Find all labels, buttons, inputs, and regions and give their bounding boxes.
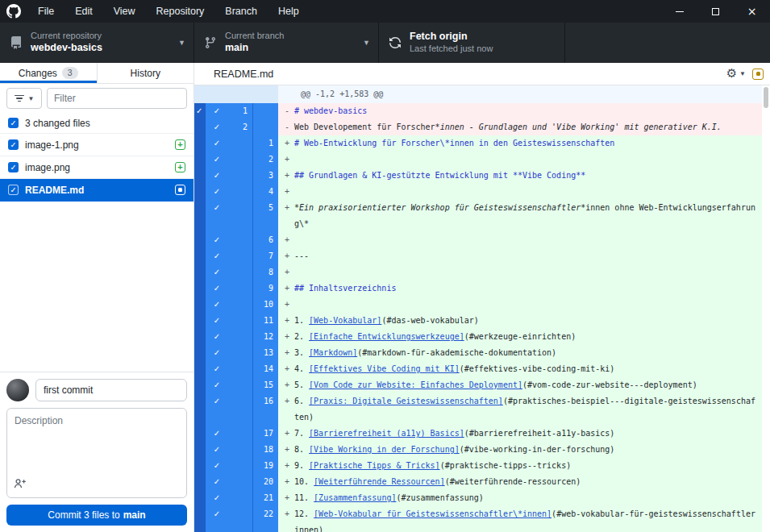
diff-line-row[interactable]: ✓ 21 + 11. [Zusammenfassung](#zusammenfa… — [194, 490, 762, 506]
file-checkbox[interactable]: ✓ — [8, 139, 19, 150]
tab-history[interactable]: History — [98, 63, 194, 83]
add-coauthor-icon[interactable] — [14, 478, 27, 492]
diff-line-row[interactable]: ✓ 9 + ## Inhaltsverzeichnis — [194, 281, 762, 297]
hunk-include-strip[interactable]: ✓ — [194, 103, 206, 119]
hunk-include-strip[interactable] — [194, 329, 206, 345]
line-include-checkbox[interactable]: ✓ — [206, 426, 228, 442]
fetch-origin-button[interactable]: Fetch origin Last fetched just now — [379, 23, 565, 63]
menu-item-repository[interactable]: Repository — [146, 0, 215, 23]
diff-options-button[interactable]: ⚙ ▼ — [723, 66, 749, 81]
menu-item-edit[interactable]: Edit — [65, 0, 103, 23]
diff-line-row[interactable]: ✓ 5 + *Ein praxisorientierter Workshop f… — [194, 200, 762, 232]
file-checkbox[interactable]: ✓ — [8, 162, 19, 172]
filter-options-button[interactable]: ▼ — [6, 88, 42, 109]
commit-summary-input[interactable] — [35, 379, 187, 401]
diff-line-row[interactable]: ✓ 3 + ## Grundlagen & KI-gestützte Entwi… — [194, 168, 762, 184]
line-include-checkbox[interactable]: ✓ — [206, 345, 228, 361]
line-include-checkbox[interactable]: ✓ — [206, 248, 228, 264]
diff-line-row[interactable]: ✓ 10 + — [194, 297, 762, 313]
commit-description-input[interactable] — [7, 409, 186, 497]
line-include-checkbox[interactable]: ✓ — [206, 232, 228, 248]
diff-line-row[interactable]: ✓ 19 + 9. [Praktische Tipps & Tricks](#p… — [194, 458, 762, 474]
diff-line-row[interactable]: ✓ 4 + — [194, 184, 762, 200]
hunk-include-strip[interactable] — [194, 281, 206, 297]
hunk-include-strip[interactable] — [194, 168, 206, 184]
hunk-include-strip[interactable] — [194, 426, 206, 442]
diff-line-row[interactable]: ✓ 2 + — [194, 152, 762, 168]
hunk-include-strip[interactable] — [194, 377, 206, 393]
diff-scrollbar[interactable] — [762, 85, 770, 532]
diff-line-row[interactable]: ✓ 12 + 2. [Einfache Entwicklungswerkzeug… — [194, 329, 762, 345]
file-checkbox[interactable]: ✓ — [8, 185, 19, 195]
hunk-include-strip[interactable] — [194, 490, 206, 506]
line-include-checkbox[interactable]: ✓ — [206, 329, 228, 345]
hunk-include-strip[interactable] — [194, 264, 206, 281]
diff-line-row[interactable]: ✓ 7 + --- — [194, 248, 762, 264]
hunk-include-strip[interactable] — [194, 119, 206, 135]
close-button[interactable]: × — [734, 0, 770, 23]
diff-line-row[interactable]: ✓ 1 + # Web-Entwicklung für Forscher\*in… — [194, 135, 762, 152]
hunk-include-strip[interactable] — [194, 361, 206, 377]
menu-item-file[interactable]: File — [27, 0, 65, 23]
menu-item-help[interactable]: Help — [268, 0, 310, 23]
line-include-checkbox[interactable]: ✓ — [206, 474, 228, 490]
diff-line-row[interactable]: ✓ 14 + 4. [Effektives Vibe Coding mit KI… — [194, 361, 762, 377]
line-include-checkbox[interactable]: ✓ — [206, 506, 228, 532]
commit-button[interactable]: Commit 3 files to main — [6, 505, 187, 526]
branch-selector[interactable]: Current branch main ▼ — [194, 23, 379, 63]
line-include-checkbox[interactable]: ✓ — [206, 152, 228, 168]
hunk-include-strip[interactable] — [194, 152, 206, 168]
hunk-include-strip[interactable] — [194, 506, 206, 532]
diff-line-row[interactable]: ✓ 13 + 3. [Markdown](#markdown-für-akade… — [194, 345, 762, 361]
line-include-checkbox[interactable]: ✓ — [206, 135, 228, 152]
menu-item-branch[interactable]: Branch — [214, 0, 268, 23]
line-include-checkbox[interactable]: ✓ — [206, 361, 228, 377]
line-include-checkbox[interactable]: ✓ — [206, 103, 228, 119]
diff-line-row[interactable]: ✓ 16 + 6. [Praxis: Digitale Geisteswisse… — [194, 393, 762, 426]
line-include-checkbox[interactable]: ✓ — [206, 119, 228, 135]
hunk-include-strip[interactable] — [194, 248, 206, 264]
file-row[interactable]: ✓ README.md — [0, 179, 194, 202]
file-row[interactable]: ✓ image.png + — [0, 156, 194, 179]
line-include-checkbox[interactable]: ✓ — [206, 281, 228, 297]
line-include-checkbox[interactable]: ✓ — [206, 442, 228, 458]
line-include-checkbox[interactable]: ✓ — [206, 200, 228, 232]
diff-line-row[interactable]: ✓ 2 - Web Developement für Forscher*inne… — [194, 119, 762, 135]
diff-line-row[interactable]: ✓ 22 + 12. [Web-Vokabular für Geisteswis… — [194, 506, 762, 532]
menu-item-view[interactable]: View — [103, 0, 146, 23]
line-include-checkbox[interactable]: ✓ — [206, 490, 228, 506]
hunk-header-row[interactable]: @@ -1,2 +1,583 @@ — [194, 85, 762, 103]
diff-line-row[interactable]: ✓ 6 + — [194, 232, 762, 248]
line-include-checkbox[interactable]: ✓ — [206, 297, 228, 313]
line-include-checkbox[interactable]: ✓ — [206, 313, 228, 329]
diff-line-row[interactable]: ✓ 17 + 7. [Barrierefreiheit (a11y) Basic… — [194, 426, 762, 442]
line-include-checkbox[interactable]: ✓ — [206, 264, 228, 281]
line-include-checkbox[interactable]: ✓ — [206, 168, 228, 184]
hunk-include-strip[interactable] — [194, 393, 206, 426]
tab-changes[interactable]: Changes 3 — [0, 63, 98, 83]
hunk-include-strip[interactable] — [194, 297, 206, 313]
diff-line-row[interactable]: ✓ 8 + — [194, 264, 762, 281]
diff-line-row[interactable]: ✓ ✓ 1 - # webdev-basics — [194, 103, 762, 119]
line-include-checkbox[interactable]: ✓ — [206, 458, 228, 474]
hunk-include-strip[interactable] — [194, 184, 206, 200]
line-include-checkbox[interactable]: ✓ — [206, 393, 228, 426]
diff-line-row[interactable]: ✓ 15 + 5. [Vom Code zur Website: Einfach… — [194, 377, 762, 393]
file-row[interactable]: ✓ image-1.png + — [0, 134, 194, 156]
maximize-button[interactable] — [697, 0, 734, 23]
select-all-checkbox[interactable]: ✓ — [8, 118, 19, 128]
diff-line-row[interactable]: ✓ 20 + 10. [Weiterführende Ressourcen](#… — [194, 474, 762, 490]
line-include-checkbox[interactable]: ✓ — [206, 184, 228, 200]
hunk-include-strip[interactable] — [194, 135, 206, 152]
hunk-include-strip[interactable] — [194, 232, 206, 248]
repository-selector[interactable]: Current repository webdev-basics ▼ — [0, 23, 194, 63]
hunk-include-strip[interactable] — [194, 474, 206, 490]
minimize-button[interactable] — [661, 0, 697, 23]
hunk-include-strip[interactable] — [194, 200, 206, 232]
filter-input[interactable] — [47, 88, 187, 109]
hunk-include-strip[interactable] — [194, 458, 206, 474]
hunk-include-checkbox[interactable]: ✓ — [196, 106, 202, 117]
line-include-checkbox[interactable]: ✓ — [206, 377, 228, 393]
diff-line-row[interactable]: ✓ 18 + 8. [Vibe Working in der Forschung… — [194, 442, 762, 458]
diff-line-row[interactable]: ✓ 11 + 1. [Web-Vokabular](#das-web-vokab… — [194, 313, 762, 329]
